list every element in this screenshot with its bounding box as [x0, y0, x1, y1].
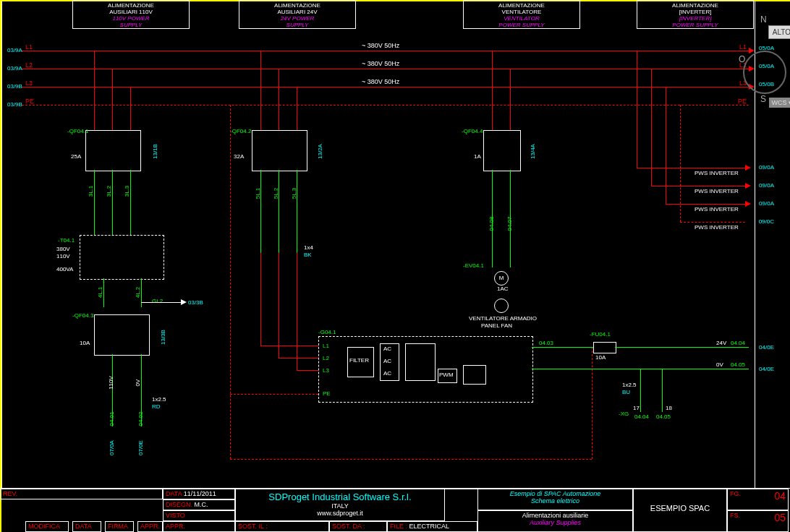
g-h2	[279, 358, 318, 359]
w1c: BK	[304, 252, 312, 258]
qf2-ref: 13/2A	[317, 144, 323, 159]
gl3: L3	[323, 367, 329, 374]
tb-it2: Schema elettrico	[480, 497, 630, 505]
p52: 5L.2	[273, 188, 279, 200]
rect-box	[405, 343, 436, 381]
compass-nav[interactable]: N S O ALTO WCS ▾	[743, 22, 790, 123]
tb-date: 11/11/2011	[184, 490, 216, 497]
qf4-body	[483, 130, 521, 171]
n0402: 04.02	[137, 411, 144, 426]
g-in1	[260, 253, 261, 346]
arr-inv3	[745, 201, 751, 207]
v0: 0V	[135, 379, 141, 387]
lbl-l3: L3	[25, 80, 33, 87]
w3c: BU	[622, 389, 630, 395]
pws3: PWS INVERTER	[695, 206, 739, 213]
gpe: PE	[323, 390, 331, 397]
fu-body	[593, 342, 616, 353]
g-h3	[297, 370, 318, 371]
q1-d2	[112, 69, 113, 130]
hdr4-l1: ALIMENTAZIONE	[637, 2, 753, 9]
arr-inv1	[745, 165, 751, 171]
q4-d1	[492, 51, 493, 130]
filter-lbl: FILTER	[349, 357, 369, 364]
hdr4-e2: POWER SUPPLY	[637, 22, 753, 28]
tb-rev: REV.	[3, 490, 17, 497]
hdr-vent: ALIMENTAZIONE VENTILATORE VENTILATOR POW…	[463, 0, 580, 29]
gl2-ln	[141, 302, 181, 303]
fan-lbl2: PANEL FAN	[481, 322, 512, 329]
q1-d1	[94, 51, 95, 130]
motor-m: M	[499, 275, 504, 281]
inv-d4	[680, 105, 681, 222]
tb-fg: FG.	[730, 490, 741, 497]
volt-l3: ~ 380V 50Hz	[362, 78, 399, 85]
lbl24: 24V	[716, 340, 726, 346]
dc-out1	[532, 347, 593, 348]
qf1-ref: 13/1B	[152, 144, 158, 159]
dinv4: 09/0C	[759, 218, 774, 225]
t1-va: 400VA	[56, 266, 73, 273]
q1-o3	[130, 170, 131, 235]
hdr-110v: ALIMENTAZIONE AUSILIARI 110V 110V POWER …	[72, 0, 190, 29]
q1-d3	[130, 87, 131, 130]
tb-en1: Alimentazioni ausiliarie	[480, 512, 630, 519]
n0408: 04.08	[488, 216, 495, 231]
qf1-amp: 25A	[71, 153, 81, 160]
qf2-tag: -QF04.2	[230, 128, 251, 134]
tb-data: DATA	[166, 490, 182, 497]
hdr-inv: ALIMENTAZIONE [INVERTER] [INVERTER] POWE…	[637, 0, 754, 29]
tb-company: SDProget Industrial Software S.r.l.	[238, 492, 442, 502]
xg-d2	[662, 369, 663, 412]
d038: 03/3B	[188, 299, 203, 306]
g-tag: -G04.1	[318, 329, 336, 335]
compass-alto-button[interactable]: ALTO	[768, 25, 790, 39]
hdr1-e1: 110V POWER	[73, 15, 189, 22]
d07e: 07/0E	[137, 440, 144, 455]
v110: 110V	[108, 376, 114, 390]
n0405o: 04.05	[731, 361, 745, 368]
fan-icon	[494, 299, 509, 313]
ph32: 3L.2	[106, 186, 112, 197]
w1: 1x4	[304, 244, 313, 251]
tb-en2: Auxiliary Supplies	[480, 519, 630, 526]
tb-it1: Esempio di SPAC Automazione	[480, 490, 630, 497]
inv-d3	[666, 87, 666, 204]
xg-d1	[640, 369, 641, 412]
fu-amp: 10A	[595, 354, 606, 361]
ev-tag: -EV04.1	[463, 262, 484, 269]
inv-l1	[637, 168, 745, 168]
tb-fsv: 05	[774, 512, 786, 523]
fan-lbl: VENTILATORE ARMADIO	[463, 315, 543, 322]
qf2-amp: 32A	[234, 153, 244, 160]
pws4: PWS INVERTER	[695, 224, 739, 231]
border-left	[0, 0, 1, 532]
volt-l1: ~ 380V 50Hz	[362, 42, 399, 49]
pe-drop	[230, 105, 231, 459]
t1-tag: -T04.1	[58, 237, 75, 244]
tb-des: M.C.	[195, 501, 208, 508]
tb-country: ITALY	[238, 502, 442, 510]
tb-file: FILE :	[390, 523, 407, 530]
tb-sostda: SOST. DA :	[332, 523, 365, 530]
hdr2-e1: 24V POWER	[239, 15, 355, 22]
xg-n1: 04.04	[634, 413, 649, 420]
inv-d1	[637, 51, 637, 168]
compass-wcs-button[interactable]: WCS ▾	[769, 98, 791, 108]
src-l2: 03/9A	[7, 65, 22, 72]
w3: 1x2.5	[622, 382, 637, 388]
xg-n2: 04.05	[656, 413, 671, 420]
ac2: AC	[383, 358, 391, 364]
ph31: 3L.1	[88, 186, 94, 197]
inv-l3	[666, 204, 745, 205]
title-block: REV. MODIFICA DATA FIRMA APPR. DATA 11/1…	[0, 488, 790, 532]
hdr1-l1: ALIMENTAZIONE	[73, 2, 189, 9]
arr-gl2	[181, 299, 187, 305]
w2: 1x2.5	[152, 396, 166, 403]
w2c: RD	[152, 403, 161, 410]
tb-firma: FIRMA	[108, 523, 128, 530]
tb-sostil: SOST. IL :	[238, 523, 268, 530]
qf3-tag: -QF04.3	[72, 312, 93, 319]
pws1: PWS INVERTER	[695, 170, 739, 176]
sw-box	[463, 365, 486, 385]
